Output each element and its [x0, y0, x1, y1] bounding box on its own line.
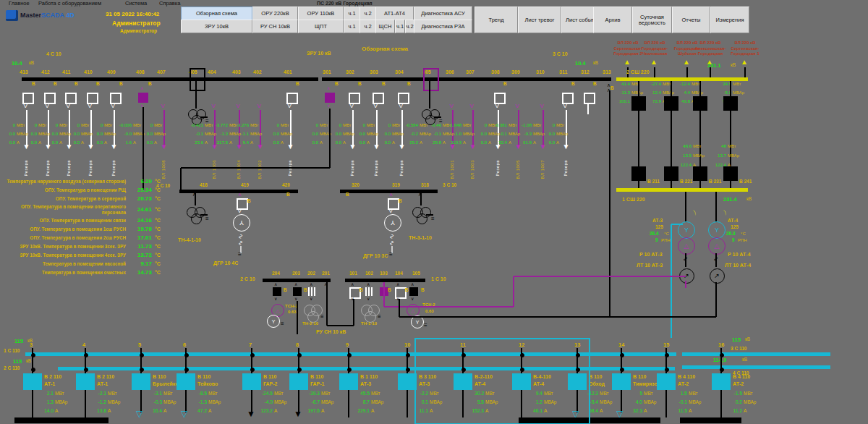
bay-number: 311: [559, 69, 567, 75]
disconnector[interactable]: [365, 287, 374, 296]
breaker-220[interactable]: [723, 96, 738, 111]
breaker-closed[interactable]: [409, 287, 418, 296]
breaker-closed[interactable]: [293, 287, 302, 296]
header: ГлавноеРабота с оборудованиемСистемаСпра…: [0, 0, 868, 35]
nav-button[interactable]: ОРУ 220кВ: [252, 7, 298, 20]
nav-button[interactable]: ЩСН: [375, 20, 395, 33]
menu-item-0[interactable]: Главное: [9, 0, 30, 7]
menu-item-3[interactable]: Справка: [159, 0, 180, 7]
bay-number: 301: [323, 69, 331, 75]
breaker-220[interactable]: [664, 166, 678, 181]
wire: [514, 276, 686, 277]
nav-button[interactable]: Диагностика АСУ: [414, 7, 472, 20]
bus-2sh220[interactable]: [616, 77, 748, 81]
breaker-220[interactable]: [693, 166, 707, 181]
measurement: 5МВт: [625, 391, 653, 397]
bus-1sh220[interactable]: [616, 188, 748, 192]
measurement: 32.4А: [490, 140, 511, 145]
wire: [686, 67, 688, 77]
breaker-closed[interactable]: [325, 93, 335, 103]
nav-button[interactable]: ч.2: [359, 20, 376, 33]
breaker-110[interactable]: [289, 373, 308, 390]
line-arrow-up-icon: ▲: [741, 59, 748, 67]
b-label: В: [359, 288, 363, 293]
nav-button[interactable]: Архив: [593, 7, 632, 33]
measurement: 12.4МВАр: [642, 90, 674, 95]
breaker-110[interactable]: [242, 373, 261, 390]
nav-button[interactable]: Измерения: [710, 7, 749, 33]
bus-4c110[interactable]: [682, 365, 830, 369]
ground-icon: ≡: [378, 314, 381, 320]
menu-item-1[interactable]: Работа с оборудованием: [38, 0, 101, 7]
breaker-closed[interactable]: [138, 93, 148, 103]
symbol-circle: [406, 368, 410, 372]
breaker-110[interactable]: [712, 373, 731, 390]
fork-icon: V: [563, 103, 567, 109]
breaker-220[interactable]: [631, 166, 646, 181]
breaker-220[interactable]: [723, 166, 738, 181]
fork-icon: V: [67, 103, 70, 109]
breaker-110[interactable]: [23, 373, 42, 390]
fork-icon: V: [399, 103, 403, 109]
nav-button[interactable]: ч.1: [344, 7, 360, 20]
breaker-110[interactable]: [339, 373, 358, 390]
bus-3c10[interactable]: [322, 77, 611, 81]
temperature-label: ОПУ. Температура в помещении 1сш РУСН: [1, 226, 126, 232]
breaker-220[interactable]: [631, 96, 646, 111]
bay-number: 319: [392, 183, 400, 188]
feeder-110-name: ГАР-2: [263, 381, 277, 386]
menu-item-2[interactable]: Система: [125, 0, 147, 7]
breaker-110[interactable]: [612, 373, 631, 390]
breaker-open[interactable]: [584, 93, 595, 104]
line-arrow-up-icon: ▲: [624, 59, 631, 67]
temperature-row: ЗРУ 10кВ. Температура в помещении 4сек. …: [1, 252, 169, 258]
measurement: 23.6А: [186, 140, 208, 145]
tsn-lv-icon: Y: [267, 315, 280, 328]
nav-button[interactable]: Диагностика РЗА: [414, 20, 472, 33]
bus-4c10[interactable]: [22, 77, 318, 81]
breaker-110[interactable]: [132, 373, 150, 390]
breaker-110[interactable]: [176, 373, 195, 390]
breaker-220[interactable]: [664, 96, 678, 111]
nav-button[interactable]: Суточная ведомость: [632, 7, 672, 33]
bay-number: 412: [41, 69, 50, 75]
symbol-circle: [140, 353, 144, 357]
measurement: 1.3МВАр: [36, 400, 68, 405]
temperature-value: 24.61: [126, 206, 152, 213]
symbol-circle: [31, 353, 35, 357]
feeder-110-name: АТ-1: [44, 381, 55, 386]
nav-button[interactable]: Тренд: [475, 7, 518, 33]
nav-button[interactable]: АТ1-АТ4: [375, 7, 414, 20]
nav-button[interactable]: Отчеты: [672, 7, 710, 33]
breaker-closed[interactable]: [273, 287, 281, 296]
bay-number: 14: [618, 342, 624, 348]
nav-button[interactable]: Лист тревог: [518, 7, 561, 33]
unit: кВ: [742, 357, 747, 362]
nav-button[interactable]: ч.1: [344, 20, 360, 33]
breaker-110[interactable]: [657, 373, 676, 390]
nav-button[interactable]: ч.2: [359, 7, 376, 20]
wire: [329, 109, 331, 168]
measurement: 48.6МВт: [673, 144, 702, 148]
nav-button[interactable]: ОРУ 110кВ: [298, 7, 344, 20]
line-arrow-down-icon: ▼: [247, 410, 255, 419]
chevron-up-icon: ∧: [140, 86, 143, 90]
bus-3c110[interactable]: [682, 352, 830, 356]
breaker-220[interactable]: [693, 96, 707, 111]
unit: РПН: [661, 238, 671, 242]
nav-button[interactable]: ЩПТ: [298, 20, 344, 33]
measurement: -8.5МВт: [190, 391, 218, 397]
disconnector[interactable]: [308, 287, 317, 296]
breaker-220-label: В 241: [739, 179, 752, 185]
measurement: 0.0А: [373, 140, 395, 145]
measurement: -0.381МВт: [490, 123, 517, 127]
breaker-110[interactable]: [76, 373, 95, 390]
bay-number: 101: [349, 271, 357, 276]
measurement: 122.4А: [707, 163, 731, 167]
nav-button[interactable]: ч.1: [395, 20, 405, 33]
temperature-value: 9.17: [126, 260, 152, 267]
temperature-row: Температура в помещении очистных14.73°C: [1, 269, 169, 276]
nav-button[interactable]: РУ СН 10кВ: [252, 20, 298, 33]
nav-button[interactable]: ЗРУ 10кВ: [181, 20, 252, 33]
nav-button[interactable]: Обзорная схема: [181, 7, 252, 20]
